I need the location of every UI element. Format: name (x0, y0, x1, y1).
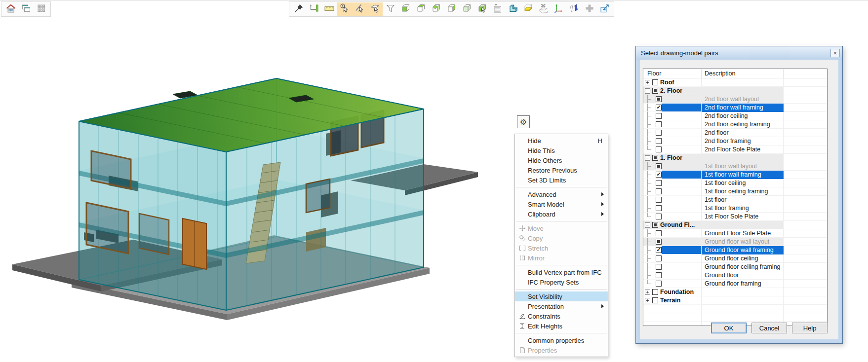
menu-item-restore-previous[interactable]: Restore Previous (515, 165, 608, 175)
collapse-icon[interactable]: − (645, 155, 650, 161)
tree-row-1st-floor[interactable]: 1st floor (643, 196, 827, 204)
tree-row-1st-floor-framing[interactable]: 1st floor framing (643, 204, 827, 213)
checkbox-none[interactable] (656, 180, 662, 186)
checkbox-none[interactable] (656, 264, 662, 270)
tree-row-ground-floor-wall-layout[interactable]: Ground floor wall layout (643, 238, 827, 246)
tree-row-1-floor[interactable]: −1. Floor (643, 154, 827, 162)
tree-row-2-floor[interactable]: −2. Floor (643, 87, 827, 95)
expand-icon[interactable]: + (645, 298, 650, 303)
dialog-titlebar[interactable]: Select drawing-model pairs (636, 46, 842, 60)
checkbox-none[interactable] (656, 214, 662, 219)
tree-row-1st-floor-wall-framing[interactable]: 1st floor wall framing (643, 171, 827, 179)
tree-row-2nd-floor-framing[interactable]: 2nd floor framing (643, 137, 827, 145)
checkbox-partial[interactable] (656, 239, 662, 245)
cancel-button[interactable]: Cancel (751, 323, 787, 333)
checkbox-checked[interactable] (656, 172, 662, 178)
tree-row-ground-floor-ceiling-framing[interactable]: Ground floor ceiling framing (643, 263, 827, 271)
home-button[interactable] (3, 2, 18, 16)
collapse-icon[interactable]: − (645, 88, 650, 94)
checkbox-none[interactable] (656, 113, 662, 119)
pin-button[interactable] (291, 2, 306, 16)
checkbox-none[interactable] (652, 289, 658, 295)
tree-row-1st-floor-wall-layout[interactable]: 1st floor wall layout (643, 162, 827, 171)
tree-row-roof[interactable]: +Roof (643, 78, 827, 87)
expand-icon[interactable]: + (645, 80, 650, 85)
slab-part-button[interactable] (520, 2, 536, 16)
ok-button[interactable]: OK (711, 323, 747, 333)
checkbox-none[interactable] (656, 146, 662, 152)
menu-item-ifc-property-sets[interactable]: IFC Property Sets (515, 277, 608, 287)
collapse-icon[interactable]: − (645, 222, 650, 228)
close-button[interactable]: × (830, 49, 840, 57)
snap-edge-button[interactable] (352, 2, 367, 16)
checkbox-none[interactable] (656, 205, 662, 211)
ruler-button[interactable] (321, 2, 337, 16)
tree-row-2nd-floor-sole-plate[interactable]: 2nd Floor Sole Plate (643, 145, 827, 154)
tree-row-ground-floor-framing[interactable]: Ground floor framing (643, 280, 827, 288)
checkbox-none[interactable] (656, 121, 662, 127)
3d-viewport[interactable] (10, 70, 484, 336)
menu-item-build-vertex-part-from-ifc[interactable]: Build Vertex part from IFC (515, 267, 608, 277)
menu-item-clipboard[interactable]: Clipboard (515, 209, 608, 219)
wall-panels-button[interactable] (566, 2, 582, 16)
select-top-face-button[interactable] (413, 2, 429, 16)
menu-item-advanced[interactable]: Advanced (515, 189, 608, 199)
checkbox-checked[interactable] (656, 247, 662, 253)
tree-row-2nd-floor-wall-layout[interactable]: 2nd floor wall layout (643, 95, 827, 104)
select-side-face-button[interactable] (444, 2, 459, 16)
menu-item-constraints[interactable]: Constraints (515, 311, 608, 321)
tree-row-ground-floor-sole-plate[interactable]: Ground Floor Sole Plate (643, 229, 827, 238)
tree-row-2nd-floor-wall-framing[interactable]: 2nd floor wall framing (643, 104, 827, 112)
checkbox-none[interactable] (656, 281, 662, 287)
list-options-button[interactable] (490, 2, 505, 16)
tree-row-2nd-floor-ceiling-framing[interactable]: 2nd floor ceiling framing (643, 120, 827, 129)
checkbox-none[interactable] (656, 230, 662, 236)
menu-item-hide-this[interactable]: Hide This (515, 145, 608, 155)
gear-button[interactable]: ⚙ (517, 115, 530, 128)
export-model-button[interactable] (597, 2, 612, 16)
checkbox-none[interactable] (652, 297, 658, 303)
menu-item-common-properties[interactable]: Common properties (515, 335, 608, 345)
delete-part-button[interactable] (536, 2, 551, 16)
tree-row-2nd-floor[interactable]: 2nd floor (643, 129, 827, 137)
cascade-windows-button[interactable] (18, 2, 34, 16)
tree-row-2nd-floor-ceiling[interactable]: 2nd floor ceiling (643, 112, 827, 120)
measure-distance-button[interactable] (306, 2, 321, 16)
checkbox-partial[interactable] (656, 96, 662, 102)
snap-point-button[interactable] (337, 2, 352, 16)
checkbox-none[interactable] (656, 197, 662, 203)
menu-item-edit-heights[interactable]: Edit Heights (515, 321, 608, 331)
checkbox-checked[interactable] (656, 105, 662, 110)
checkbox-none[interactable] (656, 255, 662, 261)
checkbox-partial[interactable] (656, 163, 662, 169)
checkbox-partial[interactable] (652, 222, 658, 228)
menu-item-set-3d-limits[interactable]: Set 3D Limits (515, 175, 608, 185)
solid-part-button[interactable] (505, 2, 520, 16)
tree-row-ground-floor-wall-framing[interactable]: Ground floor wall framing (643, 246, 827, 254)
menu-item-set-visibility[interactable]: Set Visibility (515, 291, 608, 301)
checkbox-partial[interactable] (652, 88, 658, 94)
tree-row-ground-floor-ceiling[interactable]: Ground floor ceiling (643, 254, 827, 263)
menu-item-smart-model[interactable]: Smart Model (515, 199, 608, 209)
tree-row-1st-floor-ceiling[interactable]: 1st floor ceiling (643, 179, 827, 187)
checkbox-none[interactable] (656, 130, 662, 136)
checkbox-none[interactable] (656, 188, 662, 194)
checkbox-none[interactable] (656, 138, 662, 144)
snap-face-button[interactable] (367, 2, 383, 16)
menu-item-presentation[interactable]: Presentation (515, 301, 608, 311)
expand-icon[interactable]: + (645, 290, 650, 295)
coordinate-axes-button[interactable] (551, 2, 566, 16)
select-back-face-button[interactable] (429, 2, 444, 16)
add-part-button[interactable] (582, 2, 597, 16)
filter-button[interactable] (383, 2, 398, 16)
menu-item-hide[interactable]: HideH (515, 136, 608, 145)
tree-row-terrain[interactable]: +Terrain (643, 296, 827, 305)
help-button[interactable]: Help (792, 323, 828, 333)
checkbox-partial[interactable] (652, 155, 658, 161)
drawing-grid-button[interactable] (34, 2, 49, 16)
tree-row-ground-fl[interactable]: −Ground Fl... (643, 221, 827, 229)
checkbox-none[interactable] (656, 272, 662, 278)
select-in-model-button[interactable] (474, 2, 490, 16)
tree-row-foundation[interactable]: +Foundation (643, 288, 827, 296)
select-face-button[interactable] (398, 2, 413, 16)
